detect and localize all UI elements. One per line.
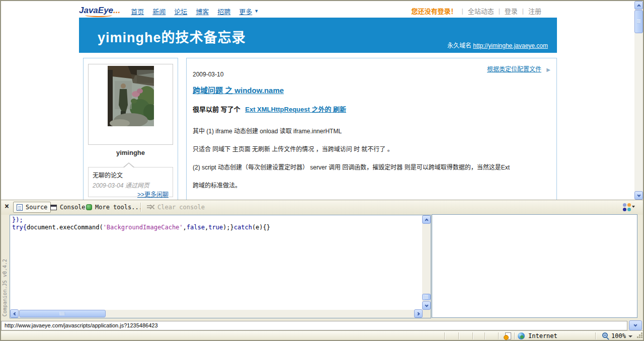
source-button-label: Source xyxy=(26,204,47,211)
avatar-photo[interactable] xyxy=(108,66,154,126)
permanent-domain: 永久域名 http://yiminghe.javaeye.com xyxy=(447,41,548,49)
post-paragraph: (2) script 动态创建（每次创建设置定时器） server 调用 回调函… xyxy=(193,163,546,173)
more-tools-button-label: More tools... xyxy=(95,204,142,211)
page-alert-icon[interactable] xyxy=(505,332,511,339)
source-code-editor[interactable]: });try{document.execCommand('BackgroundI… xyxy=(10,215,431,318)
post-intro-text: 很早以前 写了个 xyxy=(193,106,240,113)
nav-link-login[interactable]: 登录 xyxy=(505,6,518,16)
more-chat-link[interactable]: >>更多闲聊 xyxy=(137,191,169,198)
statusbar-divider xyxy=(514,332,515,339)
statusbar-divider xyxy=(485,332,486,339)
scroll-thumb[interactable] xyxy=(634,10,643,33)
post-intro: 很早以前 写了个 Ext XMLHttpRequest 之外的 刷新 xyxy=(193,104,346,114)
scroll-up-button[interactable] xyxy=(634,1,643,10)
config-link-row: 根据类定位配置文件 ▶ xyxy=(487,64,550,73)
post-paragraph: 跨域的标准做法。 xyxy=(193,181,546,191)
scrollbar-corner xyxy=(423,310,431,318)
code-vertical-scrollbar[interactable] xyxy=(422,215,431,310)
zoom-magnifier-icon[interactable] xyxy=(602,332,608,338)
domain-link[interactable]: http://yiminghe.javaeye.com xyxy=(473,42,548,49)
nav-link-forum[interactable]: 论坛 xyxy=(174,7,187,16)
code-horizontal-scrollbar[interactable] xyxy=(10,310,423,318)
top-navigation-right: 您还没有登录！ | 全站动态 | 登录 | 注册 xyxy=(412,6,541,16)
code-line: }); xyxy=(12,216,421,224)
companion-menu-icon[interactable] xyxy=(623,203,631,211)
console-button-label: Console xyxy=(60,204,86,211)
logo-dots: ... xyxy=(113,6,120,15)
chevron-down-icon: ▼ xyxy=(254,9,259,14)
puzzle-icon xyxy=(86,204,92,210)
devtools-toolbar: × Source Console More tools... Clear con… xyxy=(1,200,643,215)
nav-link-register[interactable]: 注册 xyxy=(528,6,541,16)
devtools-panel: × Source Console More tools... Clear con… xyxy=(1,200,643,330)
config-link[interactable]: 根据类定位配置文件 xyxy=(487,66,541,73)
companion-menu-caret-icon[interactable] xyxy=(632,206,635,208)
source-code-text: });try{document.execCommand('BackgroundI… xyxy=(12,216,421,231)
zoom-level-label[interactable]: 100% xyxy=(611,332,626,339)
source-button[interactable]: Source xyxy=(13,202,51,213)
avatar-box xyxy=(88,64,173,145)
nav-link-site-activity[interactable]: 全站动态 xyxy=(468,6,494,16)
nav-link-news[interactable]: 新闻 xyxy=(152,7,166,16)
toolbar-separator xyxy=(140,203,141,212)
statusbar-divider xyxy=(472,332,473,339)
nav-link-home[interactable]: 首页 xyxy=(131,7,144,16)
close-icon[interactable]: × xyxy=(5,202,9,211)
browser-statusbar: Internet 100% xyxy=(0,330,644,341)
clear-console-button[interactable]: Clear console xyxy=(144,202,208,213)
clear-console-button-label: Clear console xyxy=(157,204,205,211)
loaded-script-url: http://www.javaeye.com/javascripts/appli… xyxy=(5,322,158,328)
post-title-link[interactable]: 跨域问题 之 window.name xyxy=(193,86,284,95)
username: yiminghe xyxy=(84,149,178,156)
page-content: JavaEye... 首页 新闻 论坛 博客 招聘 更多 ▼ 您还没有登录！ |… xyxy=(1,1,634,200)
javaeye-logo[interactable]: JavaEye... xyxy=(79,6,122,17)
console-output-pane[interactable] xyxy=(432,214,637,318)
blog-header: yiminghe的技术备忘录 永久域名 http://yiminghe.java… xyxy=(79,18,557,53)
post-date: 2009-03-10 xyxy=(193,71,223,78)
console-button[interactable]: Console xyxy=(47,202,89,213)
statusbar-divider xyxy=(444,332,445,339)
bubble-title: 无聊的论文 xyxy=(93,170,169,179)
version-strip: Companion.JS v0.4.2 xyxy=(1,215,10,318)
companion-version-label: Companion.JS v0.4.2 xyxy=(2,259,8,316)
separator: | xyxy=(462,8,463,15)
scroll-up-button[interactable] xyxy=(422,215,431,224)
page-scrollbar[interactable] xyxy=(634,1,643,200)
scroll-thumb[interactable] xyxy=(19,310,106,317)
bubble-pointer xyxy=(123,162,135,167)
scroll-right-button[interactable] xyxy=(414,309,423,318)
internet-globe-icon xyxy=(518,332,525,339)
sidebar: yiminghe 无聊的论文 2009-03-04 通过网页 >>更多闲聊 xyxy=(83,58,178,200)
scroll-down-button[interactable] xyxy=(634,191,643,200)
zoom-dropdown-caret-icon[interactable] xyxy=(628,335,632,337)
scroll-down-button[interactable] xyxy=(422,301,431,310)
post-paragraph: 只适合 同域下 主页面 无刷新 上传文件的情况 ，当跨域访问 时 就不行了 。 xyxy=(193,145,546,154)
console-window-icon xyxy=(50,205,57,210)
logo-swoosh-icon xyxy=(85,13,112,17)
scroll-left-button[interactable] xyxy=(10,309,19,318)
nav-more-menu[interactable]: 更多 ▼ xyxy=(239,7,259,16)
scroll-down-button[interactable] xyxy=(629,320,642,330)
scroll-thumb[interactable] xyxy=(422,294,431,300)
security-zone-label: Internet xyxy=(528,332,557,339)
separator: | xyxy=(499,8,500,15)
bubble-meta: 2009-03-04 通过网页 xyxy=(93,181,169,189)
nav-more-label[interactable]: 更多 xyxy=(239,7,252,16)
post-intro-link[interactable]: Ext XMLHttpRequest 之外的 刷新 xyxy=(245,106,346,113)
login-status: 您还没有登录！ xyxy=(412,6,457,16)
domain-label: 永久域名 xyxy=(447,42,471,49)
clear-console-icon xyxy=(147,204,154,210)
resize-grip[interactable] xyxy=(635,332,642,339)
nav-link-jobs[interactable]: 招聘 xyxy=(217,7,230,16)
post-title: 跨域问题 之 window.name xyxy=(193,84,284,95)
devtools-statusbar: http://www.javaeye.com/javascripts/appli… xyxy=(1,321,627,330)
statusbar-divider xyxy=(498,332,499,339)
nav-link-blog[interactable]: 博客 xyxy=(196,7,209,16)
main-content: 根据类定位配置文件 ▶ 2009-03-10 跨域问题 之 window.nam… xyxy=(186,58,557,200)
browser-window: JavaEye... 首页 新闻 论坛 博客 招聘 更多 ▼ 您还没有登录！ |… xyxy=(0,0,644,341)
code-line: try{document.execCommand('BackgroundImag… xyxy=(12,224,421,231)
top-navigation: JavaEye... 首页 新闻 论坛 博客 招聘 更多 ▼ xyxy=(79,5,259,17)
blog-title: yiminghe的技术备忘录 xyxy=(98,27,246,46)
status-bubble: 无聊的论文 2009-03-04 通过网页 >>更多闲聊 xyxy=(88,167,173,197)
more-tools-button[interactable]: More tools... xyxy=(83,202,145,213)
